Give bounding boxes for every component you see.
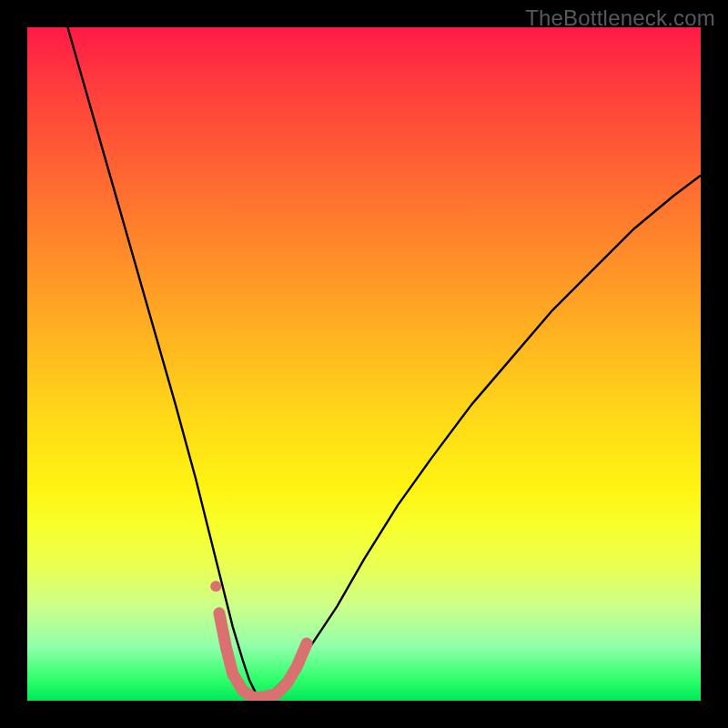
curve-layer bbox=[27, 27, 701, 701]
watermark-label: TheBottleneck.com bbox=[525, 5, 715, 31]
outlier-dot bbox=[210, 581, 221, 592]
bottleneck-curve-black bbox=[67, 27, 701, 701]
chart-frame: TheBottleneck.com bbox=[0, 0, 728, 728]
plot-area bbox=[27, 27, 701, 701]
